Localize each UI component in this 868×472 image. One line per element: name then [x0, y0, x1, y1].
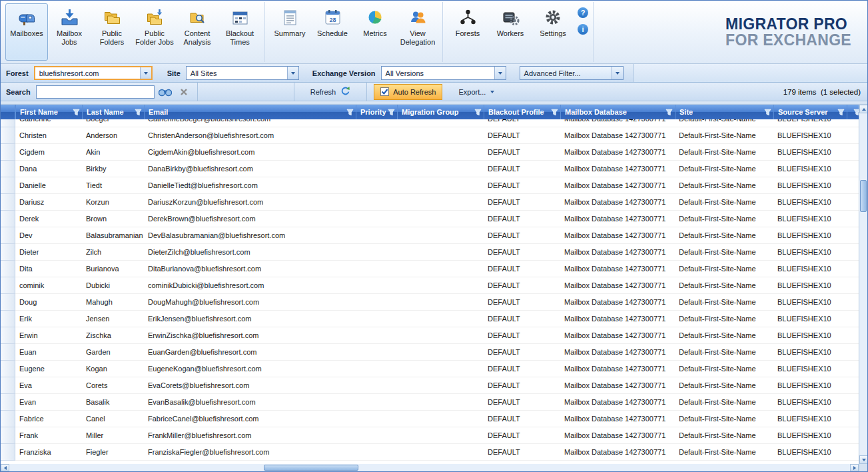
toolbar-button-blackout-times[interactable]: Blackout Times — [218, 3, 261, 61]
help-icon[interactable]: ? — [578, 7, 588, 18]
clear-search-button[interactable] — [176, 85, 192, 99]
table-row[interactable]: FranziskaFieglerFranziskaFiegler@bluefis… — [1, 444, 859, 461]
table-row[interactable]: DerekBrownDerekBrown@bluefishresort.comD… — [1, 211, 859, 227]
toolbar-button-mailboxes[interactable]: Mailboxes — [5, 3, 48, 61]
filter-icon[interactable] — [73, 109, 80, 116]
row-selector[interactable] — [1, 411, 15, 427]
row-selector[interactable] — [1, 427, 15, 444]
toolbar-button-metrics[interactable]: Metrics — [354, 3, 396, 61]
info-icon[interactable]: i — [578, 24, 588, 35]
filter-icon[interactable] — [764, 109, 771, 116]
table-row[interactable]: ErikJensenErikJensen@bluefishresort.comD… — [1, 311, 859, 327]
horizontal-scrollbar[interactable] — [1, 464, 867, 471]
table-row[interactable]: DanaBirkbyDanaBirkby@bluefishresort.comD… — [1, 161, 859, 177]
table-row[interactable]: FrankMillerFrankMiller@bluefishresort.co… — [1, 427, 859, 444]
table-row[interactable]: DariuszKorzunDariuszKorzun@bluefishresor… — [1, 194, 859, 211]
chevron-down-icon[interactable] — [287, 67, 298, 79]
toolbar-button-view-delegation[interactable]: View Delegation — [396, 3, 439, 61]
scroll-down-button[interactable] — [859, 455, 868, 464]
filter-icon[interactable] — [837, 109, 845, 116]
toolbar-button-summary[interactable]: Summary — [268, 3, 311, 61]
vertical-scroll-thumb[interactable] — [860, 180, 867, 212]
export-button[interactable]: Export... — [452, 88, 501, 96]
table-row[interactable]: EugeneKoganEugeneKogan@bluefishresort.co… — [1, 361, 859, 377]
table-row[interactable]: ChristenAndersonChristenAnderson@bluefis… — [1, 127, 859, 144]
row-selector[interactable] — [1, 177, 15, 194]
column-header-blackout-profile[interactable]: Blackout Profile — [484, 105, 560, 119]
column-header-a[interactable]: A — [847, 105, 859, 119]
row-selector[interactable] — [1, 119, 15, 127]
vertical-scrollbar[interactable] — [859, 105, 867, 464]
row-selector[interactable] — [1, 227, 15, 244]
refresh-button[interactable]: Refresh — [300, 86, 362, 97]
row-selector[interactable] — [1, 344, 15, 361]
column-header-source-server[interactable]: Source Server — [773, 105, 847, 119]
column-header-priority[interactable]: Priority — [356, 105, 397, 119]
table-row[interactable]: CigdemAkinCigdemAkin@bluefishresort.comD… — [1, 144, 859, 161]
chevron-down-icon[interactable] — [140, 67, 151, 79]
toolbar-button-content-analysis[interactable]: Content Analysis — [176, 3, 218, 61]
column-header-site[interactable]: Site — [675, 105, 773, 119]
row-selector[interactable] — [1, 394, 15, 411]
table-row[interactable]: cominikDubickicominikDubicki@bluefishres… — [1, 277, 859, 294]
filter-icon[interactable] — [388, 109, 395, 116]
auto-refresh-toggle[interactable]: Auto Refresh — [374, 84, 442, 100]
chevron-down-icon[interactable] — [494, 67, 506, 79]
filter-icon[interactable] — [135, 109, 142, 116]
table-row[interactable]: FabriceCanelFabriceCanel@bluefishresort.… — [1, 411, 859, 427]
table-row[interactable]: DitaBurianovaDitaBurianova@bluefishresor… — [1, 261, 859, 277]
row-selector[interactable] — [1, 444, 15, 461]
toolbar-button-mailbox-jobs[interactable]: Mailbox Jobs — [48, 3, 91, 61]
row-selector[interactable] — [1, 327, 15, 344]
horizontal-scroll-track[interactable] — [9, 464, 850, 471]
filter-icon[interactable] — [853, 109, 859, 116]
scroll-right-button[interactable] — [850, 464, 859, 471]
row-selector[interactable] — [1, 161, 15, 177]
toolbar-button-forests[interactable]: Forests — [446, 3, 489, 61]
search-input[interactable] — [36, 85, 155, 99]
forest-dropdown[interactable]: bluefishresort.com — [34, 66, 153, 80]
row-selector[interactable] — [1, 211, 15, 227]
exchange-version-dropdown[interactable]: All Versions — [381, 66, 506, 80]
find-button[interactable] — [157, 85, 173, 99]
row-selector[interactable] — [1, 294, 15, 311]
column-header-email[interactable]: Email — [144, 105, 356, 119]
column-header-migration-group[interactable]: Migration Group — [397, 105, 484, 119]
toolbar-button-workers[interactable]: Workers — [489, 3, 532, 61]
scroll-up-button[interactable] — [859, 105, 868, 113]
toolbar-button-public-folders[interactable]: Public Folders — [91, 3, 133, 61]
horizontal-scroll-thumb[interactable] — [264, 465, 358, 471]
row-selector[interactable] — [1, 311, 15, 327]
table-row[interactable]: ErwinZischkaErwinZischka@bluefishresort.… — [1, 327, 859, 344]
advanced-filter-dropdown[interactable]: Advanced Filter... — [520, 66, 624, 80]
chevron-down-icon[interactable] — [612, 67, 623, 79]
column-header-first-name[interactable]: First Name — [15, 105, 82, 119]
table-row[interactable]: DougMahughDougMahugh@bluefishresort.comD… — [1, 294, 859, 311]
row-selector[interactable] — [1, 377, 15, 394]
row-selector[interactable] — [1, 144, 15, 161]
toolbar-button-settings[interactable]: Settings — [532, 3, 574, 61]
table-row[interactable]: EuanGardenEuanGarden@bluefishresort.comD… — [1, 344, 859, 361]
table-row[interactable]: EvanBasalikEvanBasalik@bluefishresort.co… — [1, 394, 859, 411]
scroll-left-button[interactable] — [1, 464, 9, 471]
row-selector[interactable] — [1, 277, 15, 294]
toolbar-button-schedule[interactable]: 28Schedule — [311, 3, 354, 61]
site-dropdown[interactable]: All Sites — [186, 66, 299, 80]
row-selector[interactable] — [1, 127, 15, 144]
toolbar-button-public-folder-jobs[interactable]: Public Folder Jobs — [133, 3, 176, 61]
row-selector[interactable] — [1, 194, 15, 211]
table-row[interactable]: DevBalasubramanianDevBalasubramanian@blu… — [1, 227, 859, 244]
table-row[interactable]: DieterZilchDieterZilch@bluefishresort.co… — [1, 244, 859, 261]
row-selector[interactable] — [1, 244, 15, 261]
auto-refresh-checkbox[interactable] — [380, 87, 389, 96]
filter-icon[interactable] — [346, 109, 354, 116]
column-header-last-name[interactable]: Last Name — [82, 105, 144, 119]
table-row[interactable]: CatherineBoegerCatherineBoeger@bluefishr… — [1, 119, 859, 127]
filter-icon[interactable] — [474, 109, 482, 116]
column-header-mailbox-database[interactable]: Mailbox Database — [560, 105, 675, 119]
table-row[interactable]: EvaCoretsEvaCorets@bluefishresort.comDEF… — [1, 377, 859, 394]
table-row[interactable]: DanielleTiedtDanielleTiedt@bluefishresor… — [1, 177, 859, 194]
filter-icon[interactable] — [665, 109, 673, 116]
row-selector[interactable] — [1, 361, 15, 377]
vertical-scroll-track[interactable] — [859, 113, 867, 455]
